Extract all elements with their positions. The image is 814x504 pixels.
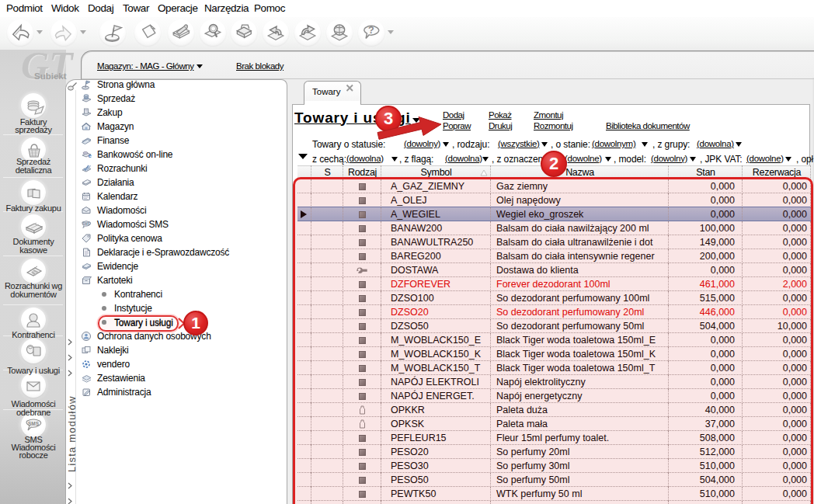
svg-text:?: ?: [368, 25, 374, 36]
svg-text:e: e: [89, 152, 92, 159]
svg-text:SMS: SMS: [28, 421, 40, 426]
svg-text:SMS: SMS: [82, 222, 90, 226]
